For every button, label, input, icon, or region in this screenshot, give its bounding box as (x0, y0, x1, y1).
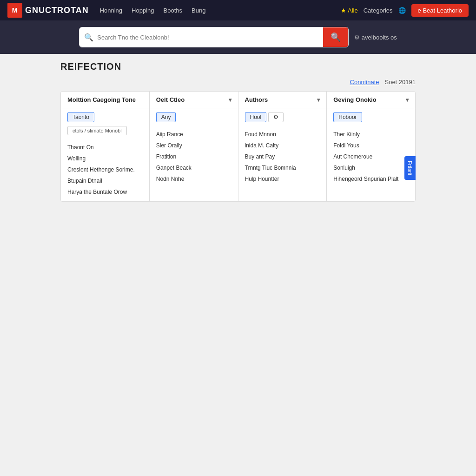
filter-panel-2-title: Oelt Ctleo (156, 96, 185, 103)
filter-item-3-4[interactable]: Hulp Hountter (245, 173, 320, 185)
filter-tag-any[interactable]: Any (156, 112, 176, 122)
filter-item-4-0[interactable]: Ther Kiinly (333, 129, 409, 140)
nav-right: ★ Alle Categories 🌐 e Beat Leathorio (341, 4, 469, 17)
nav-link-bung[interactable]: Bung (192, 7, 205, 14)
filter-item-4-1[interactable]: Foldl Yous (333, 140, 409, 151)
search-input-wrap: 🔍 (79, 27, 323, 47)
filter-tag-sub[interactable]: ctols / slimate Monobl (67, 126, 127, 135)
filter-panel-2-header[interactable]: Oelt Ctleo ▾ (150, 92, 238, 108)
chevron-panel-2: ▾ (229, 97, 231, 103)
filter-item-3-3[interactable]: Trnntg Tiuc Bomnnia (245, 162, 320, 173)
filter-item-1-1[interactable]: Wolling (67, 153, 143, 164)
filter-panel-1-header[interactable]: Molttion Caegoing Tone (61, 92, 149, 108)
main-content: REIFECTION Conntinate Soet 20191 Molttio… (0, 54, 476, 333)
logo-icon-text: M (12, 7, 18, 14)
filter-tag-gear[interactable]: ⚙ (268, 112, 284, 122)
filter-panels: Molttion Caegoing Tone Taonto ctols / sl… (60, 91, 416, 202)
filter-panel-4-tags: Hoboor (333, 112, 409, 126)
filter-item-4-3[interactable]: Sonluigh (333, 162, 409, 173)
cta-button[interactable]: e Beat Leathorio (411, 4, 469, 17)
filter-item-2-2[interactable]: Fratltion (156, 151, 231, 162)
flag-icon[interactable]: 🌐 (398, 7, 406, 14)
filter-item-3-1[interactable]: lnida M. Calty (245, 140, 320, 151)
filter-item-1-2[interactable]: Cresient Hethenge Sorime. (67, 164, 143, 175)
filter-panel-4-body: Hoboor Ther Kiinly Foldl Yous Aut Chomer… (327, 108, 415, 188)
filter-panel-4-header[interactable]: Geving Onokio ▾ (327, 92, 415, 108)
filter-item-2-3[interactable]: Ganpet Beack (156, 162, 231, 173)
filter-panel-3: Authors ▾ Hool ⚙ Foud Mnnon lnida M. Cal… (238, 92, 327, 201)
filter-panel-3-header[interactable]: Authors ▾ (238, 92, 327, 108)
filter-panel-3-title: Authors (245, 96, 268, 103)
filter-panel-1-title: Molttion Caegoing Tone (67, 96, 136, 103)
sort-text: Soet 20191 (384, 79, 416, 86)
filter-item-1-0[interactable]: Thaont On (67, 142, 143, 153)
logo[interactable]: M GNUCTROTAN (7, 3, 89, 18)
filter-panel-4-title: Geving Onokio (333, 96, 376, 103)
search-input[interactable] (97, 34, 318, 41)
filter-item-2-1[interactable]: Sler Orally (156, 140, 231, 151)
filter-panel-2: Oelt Ctleo ▾ Any Aiip Rance Sler Orally … (150, 92, 238, 201)
logo-text: GNUCTROTAN (25, 6, 89, 15)
nav-link-booths[interactable]: Booths (164, 7, 182, 14)
filter-item-2-4[interactable]: Nodn Nnhe (156, 173, 231, 185)
chevron-panel-4: ▾ (406, 97, 409, 103)
filter-tag-hool[interactable]: Hool (245, 112, 267, 122)
logo-icon: M (7, 3, 22, 18)
account-text: ⚙ avelboolts os (354, 34, 397, 41)
filter-panel-1-tags: Taonto ctols / slimate Monobl (67, 112, 143, 139)
filter-item-1-3[interactable]: Btupain Dtnail (67, 175, 143, 186)
filter-tag-hoboor[interactable]: Hoboor (333, 112, 362, 122)
search-icon: 🔍 (84, 33, 93, 42)
filter-item-1-4[interactable]: Harya the Buntale Orow (67, 186, 143, 198)
categories-label[interactable]: Categories (364, 7, 393, 14)
filter-panel-1-body: Taonto ctols / slimate Monobl Thaont On … (61, 108, 149, 201)
filter-toolbar: Conntinate Soet 20191 (60, 79, 416, 86)
filter-panel-3-body: Hool ⚙ Foud Mnnon lnida M. Calty Buy ant… (238, 108, 327, 188)
filter-tag-taonto[interactable]: Taonto (67, 112, 94, 122)
filter-panel-1: Molttion Caegoing Tone Taonto ctols / sl… (61, 92, 150, 201)
search-wrapper: 🔍 🔍 (79, 27, 349, 47)
search-bar-area: 🔍 🔍 ⚙ avelboolts os (0, 20, 476, 54)
account-area: ⚙ avelboolts os (354, 34, 397, 41)
filter-item-4-2[interactable]: Aut Chomeroue (333, 151, 409, 162)
nav-link-hopping[interactable]: Hopping (132, 7, 154, 14)
filter-item-4-4[interactable]: Hihengeord Snpurian Plalt (333, 173, 409, 185)
nav-links: Honning Hopping Booths Bung (100, 7, 330, 14)
filters-container: Molttion Caegoing Tone Taonto ctols / sl… (60, 91, 416, 202)
chevron-panel-3: ▾ (317, 97, 320, 103)
filter-item-3-2[interactable]: Buy ant Pay (245, 151, 320, 162)
filter-panel-2-tags: Any (156, 112, 231, 126)
search-button[interactable]: 🔍 (323, 27, 348, 47)
star-alle[interactable]: ★ Alle (341, 7, 358, 14)
side-banner[interactable]: Frtlarit (404, 156, 416, 180)
filter-item-2-0[interactable]: Aiip Rance (156, 129, 231, 140)
top-navigation: M GNUCTROTAN Honning Hopping Booths Bung… (0, 0, 476, 20)
filter-item-3-0[interactable]: Foud Mnnon (245, 129, 320, 140)
page-title: REIFECTION (60, 61, 416, 72)
filter-panel-2-body: Any Aiip Rance Sler Orally Fratltion Gan… (150, 108, 238, 188)
filter-panel-3-tags: Hool ⚙ (245, 112, 320, 126)
filter-panel-4: Geving Onokio ▾ Hoboor Ther Kiinly Foldl… (327, 92, 415, 201)
conntinate-link[interactable]: Conntinate (350, 79, 379, 86)
nav-link-honning[interactable]: Honning (100, 7, 122, 14)
